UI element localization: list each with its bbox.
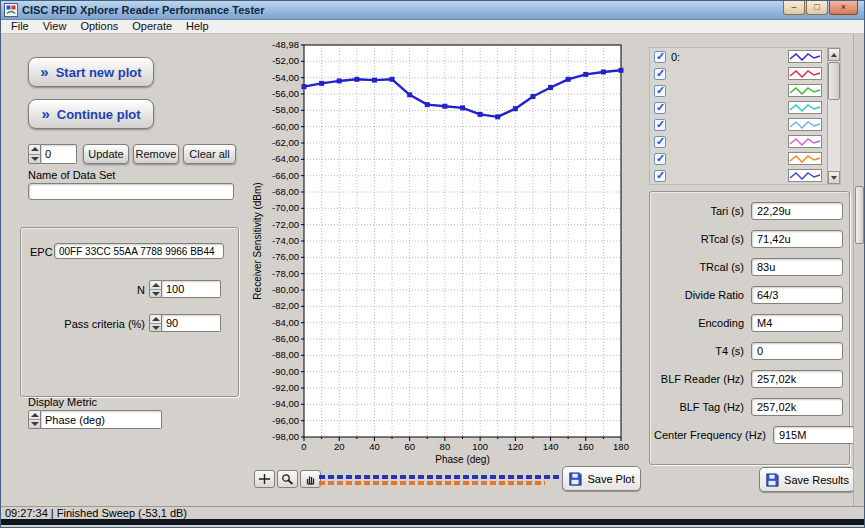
- dataset-input[interactable]: [28, 183, 234, 200]
- window-title: CISC RFID Xplorer Reader Performance Tes…: [22, 4, 783, 16]
- svg-text:-66,00: -66,00: [272, 170, 299, 181]
- legend-line-sample: [788, 50, 822, 63]
- legend-checkbox[interactable]: [654, 68, 666, 80]
- legend-item[interactable]: [650, 116, 840, 133]
- remove-button[interactable]: Remove: [133, 144, 179, 164]
- spinner-arrows[interactable]: [28, 144, 41, 164]
- spinner-down-icon[interactable]: [150, 323, 161, 332]
- legend-scrollbar[interactable]: [827, 48, 840, 184]
- chevron-double-icon: »: [41, 108, 49, 120]
- scroll-up-icon[interactable]: [828, 48, 840, 61]
- svg-text:-54,00: -54,00: [272, 72, 299, 83]
- menu-item-file[interactable]: File: [4, 20, 36, 33]
- epc-label: EPC: [30, 246, 53, 258]
- legend-item[interactable]: [650, 150, 840, 167]
- spinner-down-icon[interactable]: [150, 289, 161, 298]
- display-metric-ring[interactable]: Phase (deg): [28, 410, 162, 429]
- save-results-label: Save Results: [784, 474, 849, 486]
- save-plot-button[interactable]: Save Plot: [562, 466, 641, 491]
- legend-checkbox[interactable]: [654, 51, 666, 63]
- legend-item[interactable]: [650, 99, 840, 116]
- close-button[interactable]: ×: [829, 1, 858, 15]
- result-label: Center Frequency (Hz): [654, 429, 766, 441]
- plot-cursor-strip[interactable]: [319, 475, 559, 487]
- graph-pan-tool-button[interactable]: [300, 470, 321, 488]
- cursor-strip-orange: [319, 481, 545, 485]
- epc-input[interactable]: 00FF 33CC 55AA 7788 9966 BB44: [54, 243, 224, 259]
- legend-checkbox[interactable]: [654, 170, 666, 182]
- continue-plot-label: Continue plot: [57, 107, 141, 122]
- legend-line-sample: [788, 169, 822, 182]
- update-button[interactable]: Update: [83, 144, 129, 164]
- spinner-down-icon[interactable]: [29, 419, 40, 428]
- crosshair-icon: [258, 473, 271, 485]
- minimize-button[interactable]: –: [783, 1, 805, 15]
- svg-text:40: 40: [369, 441, 380, 452]
- sensitivity-chart[interactable]: -48,98-52,00-54,00-56,00-58,00-60,00-62,…: [249, 39, 641, 471]
- menu-item-help[interactable]: Help: [179, 20, 216, 33]
- legend-item[interactable]: [650, 65, 840, 82]
- svg-text:-98,00: -98,00: [272, 431, 299, 442]
- legend-checkbox[interactable]: [654, 136, 666, 148]
- legend-item[interactable]: 0:: [650, 48, 840, 65]
- graph-zoom-tool-button[interactable]: [277, 470, 298, 488]
- legend-checkbox[interactable]: [654, 102, 666, 114]
- front-panel: » Start new plot » Continue plot 0 Updat…: [1, 34, 864, 506]
- spinner-up-icon[interactable]: [150, 315, 161, 323]
- legend-checkbox[interactable]: [654, 153, 666, 165]
- spinner-up-icon[interactable]: [29, 411, 40, 419]
- save-results-button[interactable]: Save Results: [759, 467, 855, 492]
- graph-cursor-tool-button[interactable]: [254, 470, 275, 488]
- start-new-plot-button[interactable]: » Start new plot: [28, 57, 154, 87]
- n-value[interactable]: 100: [162, 280, 221, 298]
- spinner-arrows[interactable]: [149, 314, 162, 332]
- svg-text:-94,00: -94,00: [272, 398, 299, 409]
- legend-checkbox[interactable]: [654, 85, 666, 97]
- legend-label: 0:: [671, 51, 680, 63]
- display-metric-value[interactable]: Phase (deg): [41, 410, 162, 429]
- save-plot-label: Save Plot: [587, 473, 634, 485]
- legend-item[interactable]: [650, 133, 840, 150]
- cursor-strip-blue: [319, 475, 559, 479]
- results-panel: Tari (s) 22,29u RTcal (s) 71,42u TRcal (…: [649, 191, 850, 465]
- clear-all-button[interactable]: Clear all: [183, 144, 236, 164]
- spinner-arrows[interactable]: [149, 280, 162, 298]
- spinner-up-icon[interactable]: [150, 281, 161, 289]
- result-value: 257,02k: [751, 398, 843, 416]
- plot-index-value[interactable]: 0: [41, 144, 77, 164]
- window-scrollbar[interactable]: [853, 34, 864, 506]
- maximize-button[interactable]: □: [806, 1, 828, 15]
- spinner-down-icon[interactable]: [29, 154, 40, 164]
- menu-item-view[interactable]: View: [36, 20, 74, 33]
- svg-text:0: 0: [301, 441, 306, 452]
- remove-label: Remove: [136, 148, 177, 160]
- svg-text:-64,00: -64,00: [272, 153, 299, 164]
- menu-item-operate[interactable]: Operate: [125, 20, 179, 33]
- legend-item[interactable]: [650, 82, 840, 99]
- legend-scrollbar-thumb[interactable]: [828, 62, 840, 100]
- scroll-down-icon[interactable]: [828, 171, 840, 184]
- svg-text:-68,00: -68,00: [272, 186, 299, 197]
- legend-item[interactable]: [650, 167, 840, 184]
- window-scrollbar-thumb[interactable]: [855, 186, 864, 244]
- app-icon: [4, 3, 18, 17]
- result-value: 71,42u: [751, 230, 843, 248]
- svg-text:-70,00: -70,00: [272, 202, 299, 213]
- svg-text:-52,00: -52,00: [272, 55, 299, 66]
- pass-criteria-spinner[interactable]: 90: [149, 314, 221, 332]
- menu-item-options[interactable]: Options: [73, 20, 125, 33]
- svg-text:20: 20: [334, 441, 345, 452]
- legend-checkbox[interactable]: [654, 119, 666, 131]
- spinner-arrows[interactable]: [28, 410, 41, 429]
- spinner-up-icon[interactable]: [29, 145, 40, 154]
- window-controls: – □ ×: [783, 1, 858, 15]
- continue-plot-button[interactable]: » Continue plot: [28, 99, 154, 129]
- result-value: 0: [751, 342, 843, 360]
- minimize-icon: –: [791, 3, 796, 12]
- plot-index-spinner[interactable]: 0: [28, 144, 77, 164]
- result-row: BLF Tag (Hz) 257,02k: [650, 393, 849, 421]
- pass-criteria-value[interactable]: 90: [162, 314, 221, 332]
- legend-line-sample: [788, 152, 822, 165]
- n-spinner[interactable]: 100: [149, 280, 221, 298]
- result-value: M4: [751, 314, 843, 332]
